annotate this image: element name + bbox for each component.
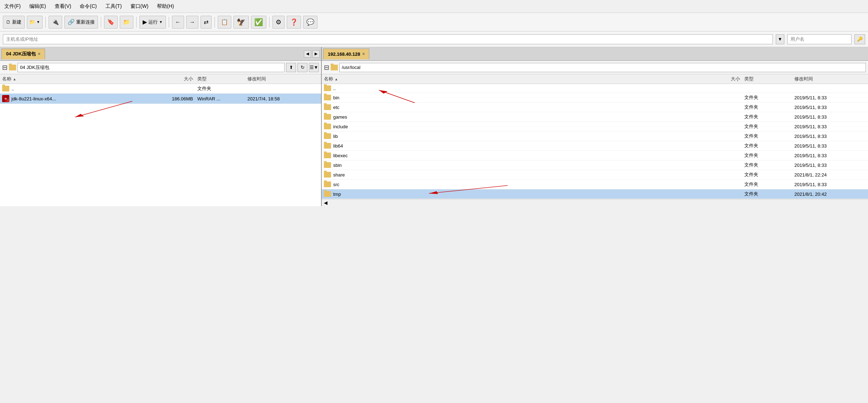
- right-col-size-header[interactable]: 大小: [701, 76, 744, 82]
- right-file-row-lib64[interactable]: lib64 文件夹 2019/5/11, 8:33: [322, 141, 868, 151]
- settings-button[interactable]: ⚙: [272, 16, 285, 29]
- lib-folder-icon: [324, 133, 331, 139]
- copy-icon: 📋: [221, 19, 228, 25]
- right-file-list: 自己创建这个文件夹 .. bin 文件夹 2019/5/11, 8:33: [322, 84, 868, 199]
- etc-name: etc: [333, 105, 339, 110]
- menu-command[interactable]: 命令(C): [78, 3, 98, 10]
- jdk-time: 2021/7/4, 18:58: [247, 96, 319, 101]
- separator-6: [269, 17, 270, 28]
- menu-help[interactable]: 帮助(H): [156, 3, 175, 10]
- right-tab-bar: 192.168.40.128 ×: [322, 47, 868, 61]
- include-name: include: [333, 124, 348, 129]
- right-file-row-src[interactable]: src 文件夹 2019/5/11, 8:33: [322, 180, 868, 189]
- right-file-row-etc[interactable]: etc 文件夹 2019/5/11, 8:33: [322, 103, 868, 112]
- forward-button[interactable]: →: [186, 16, 198, 29]
- left-tab-close[interactable]: ×: [38, 51, 40, 56]
- lib-name: lib: [333, 134, 338, 139]
- menu-view[interactable]: 查看(V): [53, 3, 73, 10]
- check-button[interactable]: ✅: [251, 16, 266, 29]
- folder-button[interactable]: 📁: [120, 16, 133, 29]
- menu-tools[interactable]: 工具(T): [104, 3, 123, 10]
- run-icon: ▶: [143, 19, 147, 25]
- right-panel-icon: ⊟: [324, 64, 329, 71]
- password-btn[interactable]: 🔑: [854, 34, 865, 44]
- right-file-row-bin[interactable]: bin 文件夹 2019/5/11, 8:33: [322, 93, 868, 103]
- connect-button[interactable]: 🔌: [49, 16, 62, 29]
- host-dropdown[interactable]: ▼: [776, 34, 784, 44]
- sort-arrow: ▲: [13, 77, 16, 81]
- bookmark-button[interactable]: 🔖: [104, 16, 118, 29]
- left-file-row-jdk[interactable]: R jdk-8u221-linux-x64... 186.06MB WinRAR…: [0, 94, 321, 104]
- include-folder-icon: [324, 124, 331, 129]
- right-address-input[interactable]: [339, 63, 866, 72]
- left-file-header: 名称 ▲ 大小 类型 修改时间: [0, 74, 321, 84]
- right-file-row-lib[interactable]: lib 文件夹 2019/5/11, 8:33: [322, 131, 868, 141]
- open-folder-button[interactable]: 📁 ▼: [27, 16, 43, 29]
- col-size-header[interactable]: 大小: [154, 76, 197, 82]
- eagle-button[interactable]: 🦅: [233, 16, 249, 29]
- share-name: share: [333, 172, 345, 178]
- left-tab[interactable]: 04 JDK压缩包 ×: [1, 49, 45, 59]
- reconnect-icon: 🔗: [68, 19, 75, 25]
- right-bottom-bar: ◀: [322, 199, 868, 206]
- host-input[interactable]: [3, 34, 773, 44]
- lib64-folder-icon: [324, 143, 331, 149]
- separator-4: [169, 17, 169, 28]
- scroll-left-indicator[interactable]: ◀: [324, 200, 327, 205]
- left-file-row-parent[interactable]: .. 文件夹: [0, 84, 321, 94]
- tab-nav-left[interactable]: ◀: [304, 50, 311, 58]
- reconnect-label: 重新连接: [76, 19, 95, 25]
- address-view-btn[interactable]: ☰▼: [309, 63, 319, 72]
- jdk-filename: jdk-8u221-linux-x64...: [11, 96, 56, 101]
- src-folder-icon: [324, 181, 331, 187]
- run-button[interactable]: ▶ 运行 ▼: [139, 16, 166, 29]
- tmp-name: tmp: [333, 191, 341, 197]
- help-button[interactable]: ❓: [287, 16, 301, 29]
- right-file-row-tmp[interactable]: tmp 文件夹 2021/8/1, 20:42: [322, 189, 868, 199]
- tab-nav-right[interactable]: ▶: [312, 50, 320, 58]
- refresh-button[interactable]: ⇄: [201, 16, 212, 29]
- sbin-name: sbin: [333, 163, 342, 168]
- games-name: games: [333, 114, 347, 120]
- right-file-row-sbin[interactable]: sbin 文件夹 2019/5/11, 8:33: [322, 160, 868, 170]
- right-file-row-games[interactable]: games 文件夹 2019/5/11, 8:33: [322, 112, 868, 122]
- new-label: 新建: [12, 19, 21, 25]
- copy-button[interactable]: 📋: [218, 16, 231, 29]
- parent-type: 文件夹: [197, 85, 247, 92]
- etc-folder-icon: [324, 104, 331, 110]
- address-refresh-btn[interactable]: ↻: [297, 63, 307, 72]
- separator-1: [45, 17, 46, 28]
- right-file-row-include[interactable]: include 文件夹 2019/5/11, 8:33: [322, 122, 868, 131]
- right-file-row-libexec[interactable]: libexec 文件夹 2019/5/11, 8:33: [322, 151, 868, 160]
- back-button[interactable]: ←: [172, 16, 184, 29]
- reconnect-button[interactable]: 🔗 重新连接: [64, 16, 98, 29]
- parent-folder-icon: [2, 86, 9, 91]
- jdk-size: 186.06MB: [154, 96, 197, 101]
- col-name-header[interactable]: 名称 ▲: [2, 76, 154, 82]
- games-folder-icon: [324, 114, 331, 120]
- col-type-header[interactable]: 类型: [197, 76, 247, 82]
- username-input[interactable]: [787, 34, 852, 44]
- new-button[interactable]: 🗋 新建: [3, 16, 25, 29]
- right-file-row-parent[interactable]: ..: [322, 84, 868, 93]
- parent-folder-name: ..: [11, 86, 14, 91]
- refresh-icon: ⇄: [204, 19, 208, 25]
- right-col-name-header[interactable]: 名称 ▲: [324, 76, 701, 82]
- right-file-row-share[interactable]: share 文件夹 2021/8/1, 22:24: [322, 170, 868, 180]
- panel-icon: ⊟: [2, 64, 8, 71]
- right-tab-close[interactable]: ×: [362, 51, 365, 56]
- separator-3: [136, 17, 137, 28]
- col-time-header[interactable]: 修改时间: [247, 76, 319, 82]
- share-folder-icon: [324, 172, 331, 178]
- menu-file[interactable]: 文件(F): [3, 3, 22, 10]
- menu-window[interactable]: 窗口(W): [129, 3, 150, 10]
- right-col-time-header[interactable]: 修改时间: [794, 76, 866, 82]
- right-address-folder-icon: [331, 65, 338, 70]
- right-tab[interactable]: 192.168.40.128 ×: [323, 49, 369, 59]
- message-button[interactable]: 💬: [303, 16, 317, 29]
- right-parent-folder-icon: [324, 85, 331, 91]
- left-address-input[interactable]: [18, 63, 285, 72]
- right-col-type-header[interactable]: 类型: [744, 76, 794, 82]
- menu-edit[interactable]: 编辑(E): [28, 3, 48, 10]
- address-up-btn[interactable]: ⬆: [286, 63, 296, 72]
